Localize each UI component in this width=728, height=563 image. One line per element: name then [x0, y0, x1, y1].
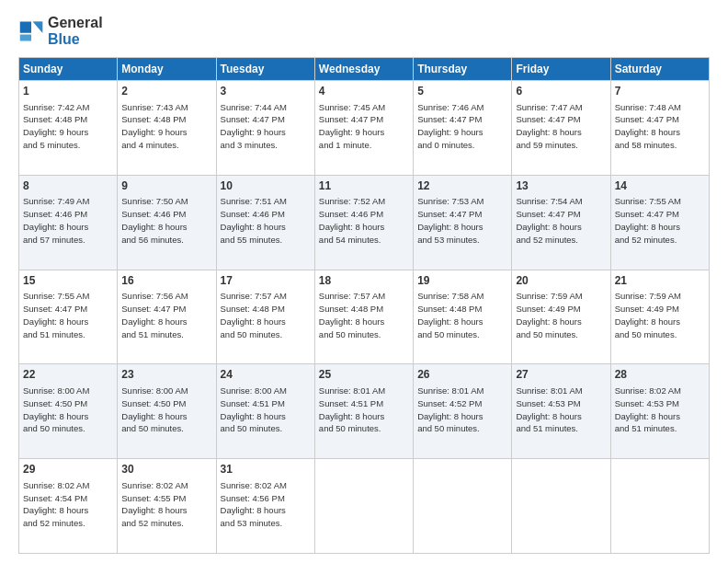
day-number: 17 [221, 274, 311, 289]
calendar-day-cell: 3Sunrise: 7:44 AM Sunset: 4:47 PM Daylig… [216, 81, 314, 176]
calendar-day-cell [414, 459, 512, 554]
calendar-day-cell: 23Sunrise: 8:00 AM Sunset: 4:50 PM Dayli… [118, 364, 216, 459]
svg-rect-4 [20, 35, 31, 41]
calendar-week-row: 22Sunrise: 8:00 AM Sunset: 4:50 PM Dayli… [19, 364, 710, 459]
calendar-day-cell: 27Sunrise: 8:01 AM Sunset: 4:53 PM Dayli… [512, 364, 610, 459]
day-number: 10 [221, 179, 311, 194]
day-info: Sunrise: 8:01 AM Sunset: 4:52 PM Dayligh… [417, 385, 483, 433]
day-number: 4 [319, 85, 409, 99]
day-number: 11 [319, 179, 409, 194]
calendar-day-cell: 11Sunrise: 7:52 AM Sunset: 4:46 PM Dayli… [314, 175, 413, 270]
day-info: Sunrise: 7:42 AM Sunset: 4:48 PM Dayligh… [23, 102, 89, 150]
calendar-table: SundayMondayTuesdayWednesdayThursdayFrid… [18, 57, 710, 554]
day-info: Sunrise: 7:44 AM Sunset: 4:47 PM Dayligh… [221, 102, 287, 150]
day-number: 21 [615, 274, 705, 289]
day-number: 24 [221, 368, 311, 383]
logo: General Blue [18, 15, 103, 48]
calendar-day-cell: 10Sunrise: 7:51 AM Sunset: 4:46 PM Dayli… [216, 175, 314, 270]
day-number: 27 [516, 368, 606, 383]
day-number: 13 [516, 179, 606, 194]
logo-text: General Blue [48, 15, 103, 48]
calendar-day-cell: 24Sunrise: 8:00 AM Sunset: 4:51 PM Dayli… [216, 364, 314, 459]
day-info: Sunrise: 7:49 AM Sunset: 4:46 PM Dayligh… [23, 196, 89, 244]
calendar-day-header: Sunday [19, 58, 118, 81]
calendar-day-cell: 22Sunrise: 8:00 AM Sunset: 4:50 PM Dayli… [19, 364, 118, 459]
calendar-header-row: SundayMondayTuesdayWednesdayThursdayFrid… [19, 58, 710, 81]
day-number: 1 [23, 85, 113, 99]
day-number: 23 [121, 368, 211, 383]
day-number: 25 [319, 368, 409, 383]
calendar-day-cell: 2Sunrise: 7:43 AM Sunset: 4:48 PM Daylig… [118, 81, 216, 176]
calendar-day-cell: 18Sunrise: 7:57 AM Sunset: 4:48 PM Dayli… [314, 270, 413, 364]
calendar-day-cell: 14Sunrise: 7:55 AM Sunset: 4:47 PM Dayli… [610, 175, 709, 270]
day-number: 5 [417, 85, 507, 99]
calendar-day-cell: 30Sunrise: 8:02 AM Sunset: 4:55 PM Dayli… [118, 459, 216, 554]
day-info: Sunrise: 7:53 AM Sunset: 4:47 PM Dayligh… [417, 196, 483, 244]
calendar-day-cell: 25Sunrise: 8:01 AM Sunset: 4:51 PM Dayli… [314, 364, 413, 459]
calendar-week-row: 29Sunrise: 8:02 AM Sunset: 4:54 PM Dayli… [19, 459, 710, 554]
day-number: 12 [417, 179, 507, 194]
header: General Blue [18, 15, 710, 48]
calendar-day-header: Saturday [610, 58, 709, 81]
calendar-day-header: Monday [118, 58, 216, 81]
day-number: 3 [221, 85, 311, 99]
calendar-day-cell: 16Sunrise: 7:56 AM Sunset: 4:47 PM Dayli… [118, 270, 216, 364]
day-info: Sunrise: 7:52 AM Sunset: 4:46 PM Dayligh… [319, 196, 385, 244]
calendar-day-header: Friday [512, 58, 610, 81]
calendar-day-header: Tuesday [216, 58, 314, 81]
calendar-day-cell [610, 459, 709, 554]
day-number: 7 [615, 85, 705, 99]
calendar-day-cell: 9Sunrise: 7:50 AM Sunset: 4:46 PM Daylig… [118, 175, 216, 270]
day-number: 30 [121, 463, 211, 477]
day-number: 22 [23, 368, 113, 383]
day-info: Sunrise: 7:59 AM Sunset: 4:49 PM Dayligh… [516, 291, 582, 339]
calendar-day-cell: 15Sunrise: 7:55 AM Sunset: 4:47 PM Dayli… [19, 270, 118, 364]
calendar-day-cell: 28Sunrise: 8:02 AM Sunset: 4:53 PM Dayli… [610, 364, 709, 459]
calendar-day-cell: 29Sunrise: 8:02 AM Sunset: 4:54 PM Dayli… [19, 459, 118, 554]
day-number: 6 [516, 85, 606, 99]
day-number: 2 [121, 85, 211, 99]
day-info: Sunrise: 7:59 AM Sunset: 4:49 PM Dayligh… [615, 291, 681, 339]
day-info: Sunrise: 8:02 AM Sunset: 4:54 PM Dayligh… [23, 480, 89, 528]
day-info: Sunrise: 7:56 AM Sunset: 4:47 PM Dayligh… [121, 291, 188, 339]
logo-icon [18, 18, 44, 44]
day-info: Sunrise: 7:58 AM Sunset: 4:48 PM Dayligh… [417, 291, 483, 339]
day-number: 19 [417, 274, 507, 289]
calendar-week-row: 15Sunrise: 7:55 AM Sunset: 4:47 PM Dayli… [19, 270, 710, 364]
calendar-day-cell: 4Sunrise: 7:45 AM Sunset: 4:47 PM Daylig… [314, 81, 413, 176]
calendar-day-cell: 12Sunrise: 7:53 AM Sunset: 4:47 PM Dayli… [414, 175, 512, 270]
calendar-day-cell: 20Sunrise: 7:59 AM Sunset: 4:49 PM Dayli… [512, 270, 610, 364]
day-info: Sunrise: 8:00 AM Sunset: 4:50 PM Dayligh… [23, 385, 89, 433]
day-info: Sunrise: 7:46 AM Sunset: 4:47 PM Dayligh… [417, 102, 483, 150]
day-info: Sunrise: 7:51 AM Sunset: 4:46 PM Dayligh… [221, 196, 287, 244]
calendar-day-header: Thursday [414, 58, 512, 81]
day-info: Sunrise: 7:54 AM Sunset: 4:47 PM Dayligh… [516, 196, 582, 244]
calendar-day-header: Wednesday [314, 58, 413, 81]
day-number: 15 [23, 274, 113, 289]
day-info: Sunrise: 8:02 AM Sunset: 4:53 PM Dayligh… [615, 385, 681, 433]
day-info: Sunrise: 8:00 AM Sunset: 4:50 PM Dayligh… [121, 385, 188, 433]
day-number: 31 [221, 463, 311, 477]
calendar-week-row: 8Sunrise: 7:49 AM Sunset: 4:46 PM Daylig… [19, 175, 710, 270]
day-number: 29 [23, 463, 113, 477]
day-info: Sunrise: 8:00 AM Sunset: 4:51 PM Dayligh… [221, 385, 287, 433]
day-info: Sunrise: 7:47 AM Sunset: 4:47 PM Dayligh… [516, 102, 582, 150]
day-number: 18 [319, 274, 409, 289]
svg-rect-3 [20, 22, 31, 33]
day-info: Sunrise: 7:50 AM Sunset: 4:46 PM Dayligh… [121, 196, 188, 244]
calendar-day-cell: 1Sunrise: 7:42 AM Sunset: 4:48 PM Daylig… [19, 81, 118, 176]
calendar-day-cell [512, 459, 610, 554]
day-number: 14 [615, 179, 705, 194]
calendar-week-row: 1Sunrise: 7:42 AM Sunset: 4:48 PM Daylig… [19, 81, 710, 176]
calendar-day-cell: 21Sunrise: 7:59 AM Sunset: 4:49 PM Dayli… [610, 270, 709, 364]
day-number: 9 [121, 179, 211, 194]
day-info: Sunrise: 7:48 AM Sunset: 4:47 PM Dayligh… [615, 102, 681, 150]
day-number: 28 [615, 368, 705, 383]
day-info: Sunrise: 7:55 AM Sunset: 4:47 PM Dayligh… [23, 291, 89, 339]
day-info: Sunrise: 8:02 AM Sunset: 4:55 PM Dayligh… [121, 480, 188, 528]
calendar-day-cell: 19Sunrise: 7:58 AM Sunset: 4:48 PM Dayli… [414, 270, 512, 364]
day-info: Sunrise: 7:43 AM Sunset: 4:48 PM Dayligh… [121, 102, 188, 150]
day-info: Sunrise: 7:55 AM Sunset: 4:47 PM Dayligh… [615, 196, 681, 244]
day-info: Sunrise: 7:57 AM Sunset: 4:48 PM Dayligh… [221, 291, 287, 339]
day-info: Sunrise: 8:01 AM Sunset: 4:51 PM Dayligh… [319, 385, 385, 433]
